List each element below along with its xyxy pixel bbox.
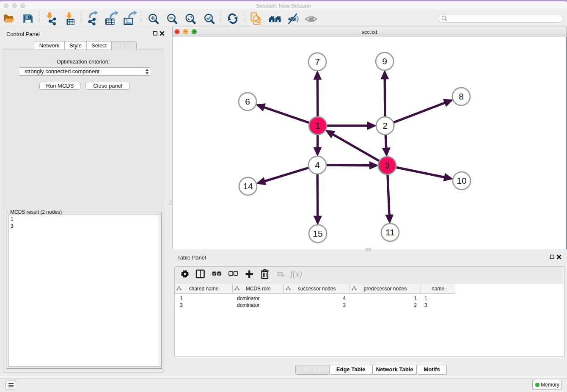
svg-text:15: 15 bbox=[313, 229, 322, 238]
svg-text:4: 4 bbox=[315, 160, 320, 170]
svg-text:6: 6 bbox=[245, 97, 250, 106]
svg-text:10: 10 bbox=[457, 176, 466, 185]
svg-text:7: 7 bbox=[315, 57, 320, 66]
svg-text:14: 14 bbox=[243, 181, 253, 191]
svg-text:1: 1 bbox=[315, 121, 320, 130]
svg-text:11: 11 bbox=[385, 227, 395, 237]
svg-text:2: 2 bbox=[383, 121, 388, 130]
svg-text:9: 9 bbox=[382, 56, 387, 66]
svg-text:f(x): f(x) bbox=[290, 269, 302, 279]
svg-text:3: 3 bbox=[385, 160, 390, 170]
svg-text:8: 8 bbox=[459, 91, 464, 101]
